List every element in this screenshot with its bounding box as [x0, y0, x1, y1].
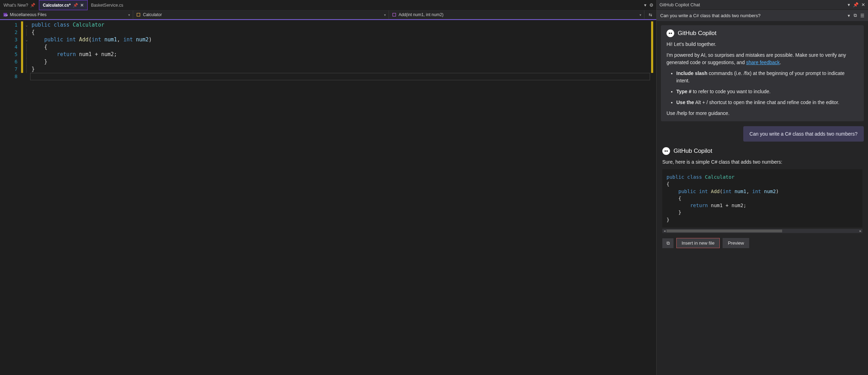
line-number-gutter: 1 2 3 4 5 6 7 8	[0, 20, 21, 375]
copilot-title: GitHub Copilot	[678, 30, 717, 37]
fold-toggle-icon[interactable]: ⌄	[23, 21, 30, 29]
tab-basketservice-cs[interactable]: BasketService.cs	[88, 0, 127, 10]
tab-whats-new[interactable]: What's New? 📌	[0, 0, 39, 10]
tab-overflow-dropdown-icon[interactable]: ▾	[644, 2, 647, 8]
close-icon[interactable]: ✕	[80, 3, 84, 8]
nav-method-dropdown[interactable]: Add(int num1, int num2) ▾	[389, 11, 645, 19]
copilot-panel-title: GitHub Copilot Chat	[659, 2, 700, 7]
fold-toggle-icon[interactable]: ⌄	[23, 36, 30, 43]
user-message-text: Can you write a C# class that adds two n…	[750, 131, 857, 137]
current-line-highlight	[30, 73, 650, 80]
code-line: }	[30, 58, 650, 66]
chevron-down-icon: ▾	[640, 13, 641, 17]
share-feedback-link[interactable]: share feedback	[746, 60, 780, 65]
svg-rect-2	[137, 13, 140, 16]
line-number: 6	[0, 58, 18, 66]
copilot-logo-icon	[662, 147, 670, 155]
code-line: }	[30, 66, 650, 73]
insert-in-new-file-button[interactable]: Insert in new file	[676, 238, 720, 248]
manage-threads-icon[interactable]: ☰	[860, 13, 864, 18]
method-icon	[392, 12, 397, 17]
nav-class-dropdown[interactable]: Calculator ▾	[133, 11, 389, 19]
pin-icon[interactable]: 📌	[73, 3, 78, 8]
copilot-answer: GitHub Copilot Sure, here is a simple C#…	[661, 146, 864, 249]
line-number: 8	[0, 73, 18, 80]
code-line: public int Add(int num1, int num2)	[30, 36, 650, 43]
pin-icon[interactable]: 📌	[30, 3, 35, 8]
scroll-left-icon[interactable]: ◂	[662, 229, 667, 233]
copilot-title: GitHub Copilot	[674, 148, 712, 155]
preview-button[interactable]: Preview	[723, 238, 749, 248]
copilot-chat-panel: GitHub Copilot Chat ▾ 📌 ✕ Can you write …	[656, 0, 868, 375]
code-editor[interactable]: 1 2 3 4 5 6 7 8 ⌄ ⌄ public	[0, 19, 656, 375]
line-number: 2	[0, 29, 18, 36]
copy-icon: ⧉	[667, 240, 670, 246]
copilot-input-bar: Can you write a C# class that adds two n…	[657, 10, 868, 21]
code-line: {	[30, 43, 650, 51]
nav-project-dropdown[interactable]: C# Miscellaneous Files ▾	[0, 11, 133, 19]
chevron-down-icon[interactable]: ▾	[848, 13, 850, 18]
tab-calculator-cs[interactable]: Calculator.cs* 📌 ✕	[39, 0, 87, 10]
copilot-panel-header: GitHub Copilot Chat ▾ 📌 ✕	[657, 0, 868, 10]
tab-label: Calculator.cs*	[43, 3, 70, 8]
tab-label: BasketService.cs	[91, 3, 123, 8]
copilot-intro-card: GitHub Copilot Hi! Let's build together.…	[661, 25, 864, 121]
user-message-bubble: Can you write a C# class that adds two n…	[743, 126, 864, 142]
copilot-tip-item: Include slash commands (i.e. /fix) at th…	[676, 70, 858, 84]
svg-point-7	[667, 150, 668, 152]
tab-bar: What's New? 📌 Calculator.cs* 📌 ✕ BasketS…	[0, 0, 656, 11]
split-view-icon[interactable]: ⇆	[649, 12, 652, 17]
nav-class-label: Calculator	[143, 12, 162, 17]
class-icon	[136, 12, 141, 17]
gear-icon[interactable]: ⚙	[649, 2, 654, 8]
svg-point-4	[669, 33, 670, 34]
svg-point-5	[671, 33, 672, 34]
copilot-action-row: ⧉ Insert in new file Preview	[662, 238, 862, 248]
copilot-tip-item: Type # to refer to code you want to incl…	[676, 88, 858, 95]
copilot-code-block: public class Calculator { public int Add…	[662, 169, 862, 227]
svg-rect-3	[392, 13, 396, 16]
code-folding-column: ⌄ ⌄	[23, 20, 30, 375]
new-thread-icon[interactable]: ⧉	[854, 13, 857, 18]
scroll-right-icon[interactable]: ▸	[858, 229, 862, 233]
nav-project-label: Miscellaneous Files	[10, 12, 47, 17]
line-number: 3	[0, 36, 18, 43]
close-icon[interactable]: ✕	[861, 2, 865, 7]
code-line: {	[30, 29, 650, 36]
csharp-file-icon: C#	[3, 12, 8, 17]
code-text-area[interactable]: public class Calculator { public int Add…	[30, 20, 650, 375]
copilot-logo-icon	[667, 29, 674, 37]
code-line: public class Calculator	[30, 21, 650, 29]
nav-method-label: Add(int num1, int num2)	[399, 12, 444, 17]
copilot-answer-text: Sure, here is a simple C# class that add…	[662, 158, 862, 166]
copy-button[interactable]: ⧉	[662, 238, 674, 248]
chevron-down-icon: ▾	[384, 13, 386, 17]
copilot-help-text: Use /help for more guidance.	[667, 110, 858, 117]
overview-ruler[interactable]	[650, 20, 656, 375]
line-number: 5	[0, 51, 18, 58]
scrollbar-thumb[interactable]	[667, 230, 782, 232]
pin-icon[interactable]: 📌	[853, 2, 859, 7]
navigation-bar: C# Miscellaneous Files ▾ Calculator ▾ Ad…	[0, 11, 656, 19]
horizontal-scrollbar[interactable]: ◂ ▸	[662, 229, 862, 233]
line-number: 7	[0, 66, 18, 73]
copilot-tip-item: Use the Alt + / shortcut to open the inl…	[676, 99, 858, 106]
line-number: 1	[0, 21, 18, 29]
tab-label: What's New?	[4, 3, 28, 8]
code-line: return num1 + num2;	[30, 51, 650, 58]
chevron-down-icon: ▾	[128, 13, 130, 17]
copilot-input-text[interactable]: Can you write a C# class that adds two n…	[660, 13, 844, 18]
copilot-greeting: Hi! Let's build together.	[667, 41, 858, 48]
chevron-down-icon[interactable]: ▾	[848, 2, 850, 7]
svg-text:C#: C#	[4, 14, 8, 17]
line-number: 4	[0, 43, 18, 51]
svg-point-6	[664, 150, 666, 152]
